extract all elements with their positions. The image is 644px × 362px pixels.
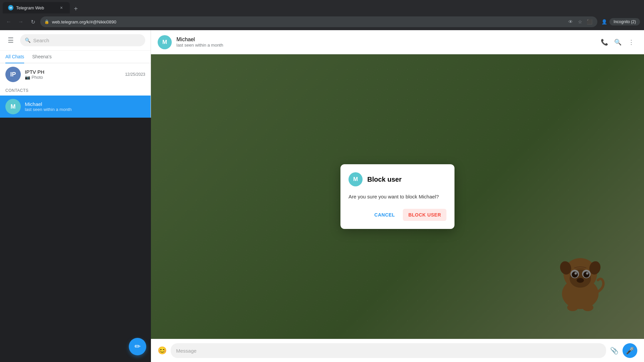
profile-icon[interactable]: 👤 xyxy=(600,18,608,26)
block-user-modal: M Block user Are you sure you want to bl… xyxy=(340,164,454,229)
header-actions: 📞 🔍 ⋮ xyxy=(598,36,637,48)
chat-item-iptv[interactable]: IP IPTV PH 📷 Photo 12/25/2023 xyxy=(0,63,151,85)
nav-reload-button[interactable]: ↻ xyxy=(28,17,38,26)
contact-info: Michael last seen within a month xyxy=(176,37,594,48)
chat-header: M Michael last seen within a month 📞 🔍 ⋮ xyxy=(151,30,644,54)
chat-info: Michael last seen within a month xyxy=(25,101,145,112)
more-button[interactable]: ⋮ xyxy=(625,36,637,48)
browser-tabs: M Telegram Web × + xyxy=(0,0,644,13)
active-tab[interactable]: M Telegram Web × xyxy=(3,2,70,13)
browser-nav: ← → ↻ 🔒 web.telegram.org/k/#@Nikki0890 👁… xyxy=(0,13,644,30)
contact-name: Michael xyxy=(176,37,594,43)
address-bar[interactable]: 🔒 web.telegram.org/k/#@Nikki0890 👁 ☆ ⬛ xyxy=(40,16,597,27)
tab-all-chats[interactable]: All Chats xyxy=(5,51,24,63)
nav-forward-button[interactable]: → xyxy=(16,17,25,26)
modal-body: Are you sure you want to block Michael? xyxy=(348,193,446,201)
lock-icon: 🔒 xyxy=(44,19,49,24)
contact-preview: last seen within a month xyxy=(25,107,145,112)
cancel-button[interactable]: CANCEL xyxy=(369,209,400,221)
tab-title: Telegram Web xyxy=(16,5,56,10)
sidebar: ☰ 🔍 Search All Chats Sheena's IP IPTV PH xyxy=(0,30,151,118)
sidebar-tabs: All Chats Sheena's xyxy=(0,51,151,63)
message-input-bar: 😊 Message 📎 🎤 xyxy=(151,339,644,362)
voice-button[interactable]: 🎤 xyxy=(623,343,637,358)
tab-close-icon[interactable]: × xyxy=(58,5,64,11)
tab-sheenas[interactable]: Sheena's xyxy=(32,51,52,63)
emoji-button[interactable]: 😊 xyxy=(158,346,167,355)
browser-chrome: M Telegram Web × + ← → ↻ 🔒 web.telegram.… xyxy=(0,0,644,30)
block-user-button[interactable]: BLOCK USER xyxy=(403,209,446,221)
star-icon[interactable]: ☆ xyxy=(576,18,584,26)
message-placeholder: Message xyxy=(176,348,197,354)
browser-nav-right: 👤 Incognito (2) xyxy=(600,18,640,26)
sidebar-wrapper: ☰ 🔍 Search All Chats Sheena's IP IPTV PH xyxy=(0,30,151,362)
chat-time: 12/25/2023 xyxy=(125,72,145,77)
modal-title: Block user xyxy=(367,176,401,183)
modal-header: M Block user xyxy=(348,172,446,186)
hamburger-button[interactable]: ☰ xyxy=(5,35,16,46)
chat-item-michael[interactable]: M Michael last seen within a month xyxy=(0,96,151,118)
modal-overlay: M Block user Are you sure you want to bl… xyxy=(151,54,644,339)
address-icons: 👁 ☆ ⬛ xyxy=(567,18,593,26)
call-button[interactable]: 📞 xyxy=(598,36,610,48)
extension-icon[interactable]: ⬛ xyxy=(585,18,593,26)
chat-header-avatar: M xyxy=(158,35,172,49)
search-button[interactable]: 🔍 xyxy=(612,36,624,48)
message-input[interactable]: Message xyxy=(171,343,606,358)
sidebar-header: ☰ 🔍 Search xyxy=(0,30,151,51)
main-chat: M Michael last seen within a month 📞 🔍 ⋮… xyxy=(151,30,644,362)
chat-list: IP IPTV PH 📷 Photo 12/25/2023 Contacts M xyxy=(0,63,151,118)
app: ☰ 🔍 Search All Chats Sheena's IP IPTV PH xyxy=(0,30,644,362)
tab-favicon: M xyxy=(8,5,13,10)
nav-back-button[interactable]: ← xyxy=(4,17,13,26)
camera-icon[interactable]: 👁 xyxy=(567,18,575,26)
chat-preview: 📷 Photo xyxy=(25,75,121,80)
attach-button[interactable]: 📎 xyxy=(610,347,619,355)
chat-name: IPTV PH xyxy=(25,69,121,75)
incognito-label[interactable]: Incognito (2) xyxy=(609,18,640,25)
contact-status: last seen within a month xyxy=(176,43,594,48)
new-tab-button[interactable]: + xyxy=(71,4,80,13)
contacts-label: Contacts xyxy=(0,85,151,96)
chat-info: IPTV PH 📷 Photo xyxy=(25,69,121,80)
search-placeholder: Search xyxy=(33,38,49,43)
contact-name: Michael xyxy=(25,101,145,107)
address-url: web.telegram.org/k/#@Nikki0890 xyxy=(52,19,564,24)
photo-icon: 📷 xyxy=(25,75,30,80)
modal-avatar: M xyxy=(348,172,363,186)
chat-background: No messages here yet... Send a message o… xyxy=(151,54,644,339)
search-bar[interactable]: 🔍 Search xyxy=(20,34,145,46)
compose-button[interactable]: ✏ xyxy=(129,338,146,355)
modal-actions: CANCEL BLOCK USER xyxy=(348,209,446,221)
avatar: M xyxy=(5,99,21,114)
avatar: IP xyxy=(5,67,21,82)
search-icon: 🔍 xyxy=(25,38,31,43)
